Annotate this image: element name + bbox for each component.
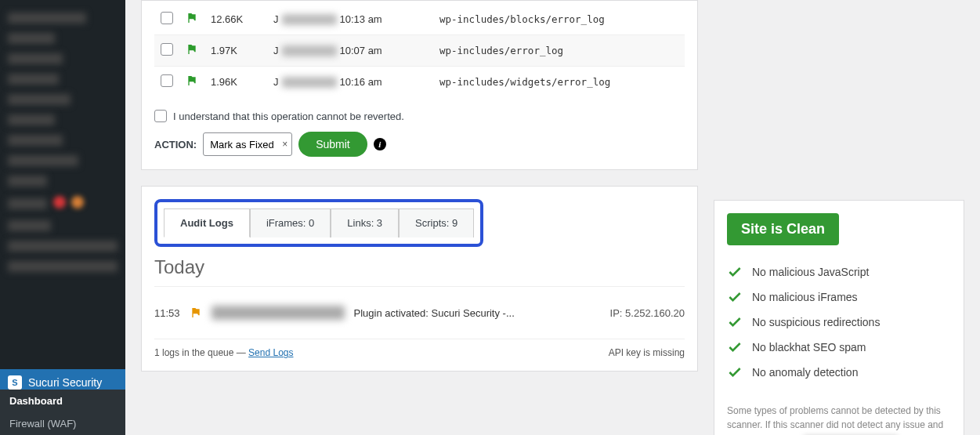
- list-item: No anomaly detection: [727, 360, 951, 385]
- audit-tabs: Audit Logs iFrames: 0 Links: 3 Scripts: …: [164, 208, 474, 237]
- send-logs-link[interactable]: Send Logs: [248, 347, 293, 358]
- file-path: wp-includes/error_log: [439, 45, 563, 56]
- tab-scripts[interactable]: Scripts: 9: [399, 208, 474, 237]
- sidebar-blurred-items: [0, 0, 125, 272]
- audit-date-heading: Today: [154, 256, 685, 287]
- acknowledge-checkbox[interactable]: [154, 110, 167, 122]
- scan-results-table: 12.66K J10:13 am wp-includes/blocks/erro…: [154, 4, 685, 97]
- list-item: No blackhat SEO spam: [727, 335, 951, 360]
- tab-links[interactable]: Links: 3: [331, 208, 399, 237]
- audit-logs-card: Audit Logs iFrames: 0 Links: 3 Scripts: …: [141, 186, 698, 372]
- row-checkbox[interactable]: [161, 43, 173, 56]
- flag-icon: [186, 12, 198, 24]
- check-icon: [727, 289, 743, 305]
- tab-audit-logs[interactable]: Audit Logs: [164, 208, 250, 237]
- tab-iframes[interactable]: iFrames: 0: [250, 208, 331, 237]
- sidebar-submenu: Dashboard Firewall (WAF): [0, 390, 125, 435]
- check-icon: [727, 264, 743, 280]
- table-row: 1.96K J10:16 am wp-includes/widgets/erro…: [154, 67, 685, 98]
- info-icon[interactable]: i: [374, 138, 386, 150]
- file-modified: J10:16 am: [267, 67, 433, 98]
- file-size: 12.66K: [204, 4, 267, 35]
- list-item: No suspicious redirections: [727, 310, 951, 335]
- submenu-item-firewall[interactable]: Firewall (WAF): [0, 412, 125, 435]
- row-checkbox[interactable]: [161, 12, 173, 24]
- table-row: 12.66K J10:13 am wp-includes/blocks/erro…: [154, 4, 685, 35]
- file-path: wp-includes/blocks/error_log: [439, 13, 605, 25]
- list-item: No malicious iFrames: [727, 285, 951, 310]
- file-path: wp-includes/widgets/error_log: [439, 76, 610, 88]
- site-status-card: Site is Clean No malicious JavaScript No…: [714, 200, 964, 435]
- site-clean-badge: Site is Clean: [727, 213, 839, 245]
- table-row: 1.97K J10:07 am wp-includes/error_log: [154, 35, 685, 67]
- row-checkbox[interactable]: [161, 74, 173, 87]
- audit-log-row: 11:53 Plugin activated: Sucuri Security …: [154, 298, 685, 328]
- sidebar-item-label: Sucuri Security: [28, 376, 102, 389]
- clean-check-list: No malicious JavaScript No malicious iFr…: [727, 259, 951, 385]
- shield-icon: S: [8, 375, 22, 390]
- file-modified: J10:07 am: [267, 35, 433, 67]
- file-modified: J10:13 am: [267, 4, 433, 35]
- log-ip: IP: 5.252.160.20: [610, 307, 685, 319]
- check-icon: [727, 364, 743, 380]
- log-user-blurred: [212, 306, 345, 320]
- flag-icon: [186, 74, 198, 87]
- log-time: 11:53: [154, 307, 180, 319]
- logs-queue-status: 1 logs in the queue — Send Logs: [154, 347, 293, 358]
- admin-sidebar: S Sucuri Security Dashboard Firewall (WA…: [0, 0, 125, 435]
- tabs-highlight-box: Audit Logs iFrames: 0 Links: 3 Scripts: …: [154, 199, 483, 247]
- submit-button[interactable]: Submit: [298, 132, 367, 157]
- check-icon: [727, 339, 743, 355]
- scan-results-card: 12.66K J10:13 am wp-includes/blocks/erro…: [141, 0, 698, 170]
- acknowledge-label: I understand that this operation cannot …: [173, 111, 404, 122]
- list-item: No malicious JavaScript: [727, 259, 951, 285]
- file-size: 1.96K: [204, 67, 267, 98]
- flag-icon: [190, 306, 202, 319]
- log-event-text: Plugin activated: Sucuri Security -...: [354, 307, 601, 319]
- submenu-item-dashboard[interactable]: Dashboard: [0, 390, 125, 412]
- main-content: 12.66K J10:13 am wp-includes/blocks/erro…: [125, 0, 980, 435]
- action-label: ACTION:: [154, 139, 197, 150]
- flag-icon: [186, 43, 198, 56]
- api-key-status: API key is missing: [609, 347, 685, 358]
- check-icon: [727, 314, 743, 330]
- action-select[interactable]: Mark as Fixed: [203, 132, 292, 156]
- scanner-footnote: Some types of problems cannot be detecte…: [727, 404, 951, 435]
- file-size: 1.97K: [204, 35, 267, 67]
